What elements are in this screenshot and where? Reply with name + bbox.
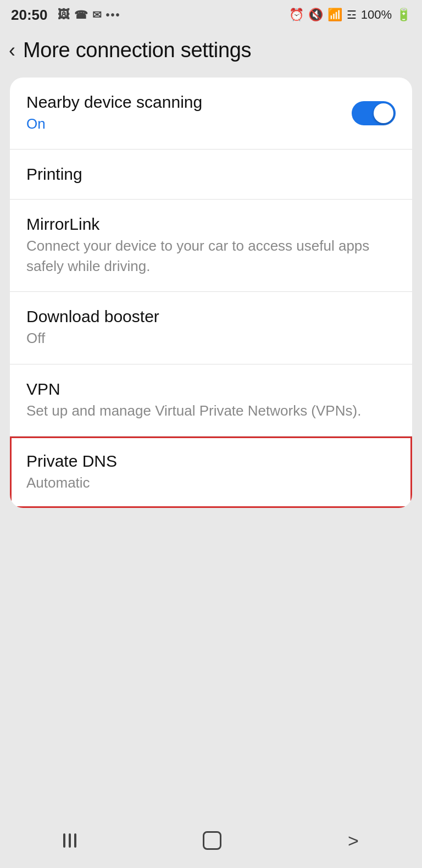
recent-apps-button[interactable] (41, 828, 98, 853)
more-icon: ••• (106, 9, 121, 21)
mute-icon: 🔇 (308, 8, 323, 22)
phone-icon: ☎ (74, 8, 88, 21)
setting-text-mirrorlink: MirrorLink Connect your device to your c… (26, 215, 396, 276)
battery-text: 100% (361, 8, 392, 22)
setting-text-nearby: Nearby device scanning On (26, 93, 341, 134)
setting-subtitle-mirrorlink: Connect your device to your car to acces… (26, 236, 396, 276)
setting-subtitle-download-booster: Off (26, 328, 396, 348)
status-right-icons: ⏰ 🔇 📶 ☲ 100% 🔋 (289, 8, 411, 22)
setting-title-vpn: VPN (26, 380, 396, 399)
page-title: More connection settings (23, 38, 251, 62)
alarm-icon: ⏰ (289, 8, 304, 22)
status-time: 20:50 (11, 7, 48, 24)
setting-vpn[interactable]: VPN Set up and manage Virtual Private Ne… (10, 364, 412, 436)
page-header: ‹ More connection settings (0, 29, 422, 72)
setting-text-private-dns: Private DNS Automatic (26, 452, 396, 493)
wifi-icon: 📶 (327, 8, 342, 22)
setting-subtitle-nearby: On (26, 114, 341, 134)
setting-subtitle-vpn: Set up and manage Virtual Private Networ… (26, 401, 396, 421)
recent-icon (63, 833, 76, 848)
setting-title-printing: Printing (26, 165, 396, 184)
setting-text-download-booster: Download booster Off (26, 307, 396, 348)
back-nav-button[interactable]: > (326, 825, 381, 857)
message-icon: ✉ (92, 8, 102, 21)
setting-nearby-device-scanning[interactable]: Nearby device scanning On (10, 78, 412, 150)
settings-card: Nearby device scanning On Printing Mirro… (10, 78, 412, 508)
signal-icon: ☲ (347, 8, 357, 21)
toggle-nearby[interactable] (352, 101, 396, 125)
home-button[interactable] (181, 826, 243, 855)
toggle-knob-nearby (374, 103, 393, 123)
setting-text-vpn: VPN Set up and manage Virtual Private Ne… (26, 380, 396, 421)
bottom-navigation: > (0, 819, 422, 868)
back-nav-icon: > (348, 830, 359, 852)
setting-title-nearby: Nearby device scanning (26, 93, 341, 112)
battery-icon: 🔋 (396, 8, 411, 22)
setting-private-dns[interactable]: Private DNS Automatic (10, 436, 412, 508)
setting-title-download-booster: Download booster (26, 307, 396, 326)
setting-download-booster[interactable]: Download booster Off (10, 292, 412, 364)
back-button[interactable]: ‹ (9, 41, 15, 60)
setting-subtitle-private-dns: Automatic (26, 473, 396, 493)
setting-title-mirrorlink: MirrorLink (26, 215, 396, 234)
gallery-icon: 🖼 (58, 8, 70, 22)
setting-title-private-dns: Private DNS (26, 452, 396, 471)
status-bar: 20:50 🖼 ☎ ✉ ••• ⏰ 🔇 📶 ☲ 100% 🔋 (0, 0, 422, 29)
setting-mirrorlink[interactable]: MirrorLink Connect your device to your c… (10, 200, 412, 292)
toggle-container-nearby[interactable] (352, 101, 396, 125)
setting-printing[interactable]: Printing (10, 150, 412, 200)
setting-text-printing: Printing (26, 165, 396, 184)
home-icon (203, 831, 221, 850)
